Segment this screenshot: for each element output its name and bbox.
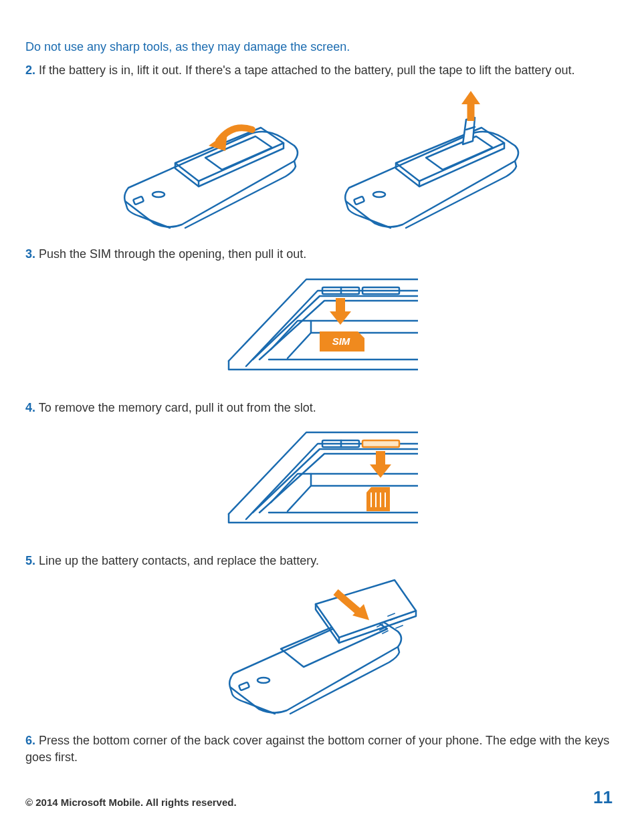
warning-text: Do not use any sharp tools, as they may …: [25, 39, 613, 55]
battery-lift-diagram-left: [108, 91, 309, 231]
svg-rect-8: [336, 298, 345, 313]
copyright-text: © 2014 Microsoft Mobile. All rights rese…: [25, 797, 237, 808]
svg-rect-3: [354, 196, 364, 205]
step-2: 2. If the battery is in, lift it out. If…: [25, 62, 613, 79]
battery-lift-diagram-right: [329, 91, 530, 231]
svg-point-2: [373, 192, 385, 197]
step-6-text: Press the bottom corner of the back cove…: [25, 734, 609, 764]
svg-rect-14: [376, 451, 385, 466]
step-3-text: Push the SIM through the opening, then p…: [35, 247, 306, 261]
step-2-illustrations: [25, 91, 613, 231]
svg-rect-11: [362, 440, 399, 447]
step-4: 4. To remove the memory card, pull it ou…: [25, 400, 613, 416]
svg-point-19: [257, 678, 270, 683]
step-6: 6. Press the bottom corner of the back c…: [25, 732, 613, 766]
step-5-text: Line up the battery contacts, and replac…: [35, 554, 319, 567]
up-arrow-icon: [461, 91, 480, 121]
memory-card-diagram: [221, 426, 418, 539]
sim-removal-diagram: SIM: [221, 273, 418, 386]
page-number: 11: [593, 787, 613, 808]
step-4-number: 4.: [25, 401, 35, 414]
svg-rect-1: [133, 196, 144, 205]
sim-card-icon: SIM: [320, 331, 364, 352]
step-2-number: 2.: [25, 63, 35, 77]
step-4-illustration: [25, 426, 613, 539]
page-footer: © 2014 Microsoft Mobile. All rights rese…: [25, 787, 613, 808]
step-4-text: To remove the memory card, pull it out f…: [35, 401, 316, 414]
step-3: 3. Push the SIM through the opening, the…: [25, 246, 613, 263]
step-5: 5. Line up the battery contacts, and rep…: [25, 553, 613, 569]
step-5-number: 5.: [25, 554, 35, 567]
svg-text:SIM: SIM: [332, 335, 350, 347]
svg-line-24: [396, 625, 403, 628]
svg-rect-20: [239, 682, 249, 691]
step-2-text: If the battery is in, lift it out. If th…: [35, 63, 575, 77]
step-5-illustration: [25, 579, 613, 719]
step-6-number: 6.: [25, 734, 35, 747]
svg-point-0: [152, 192, 165, 197]
step-3-number: 3.: [25, 247, 35, 261]
step-3-illustration: SIM: [25, 273, 613, 386]
battery-replace-diagram: [215, 579, 423, 719]
microsd-icon: [366, 487, 390, 511]
